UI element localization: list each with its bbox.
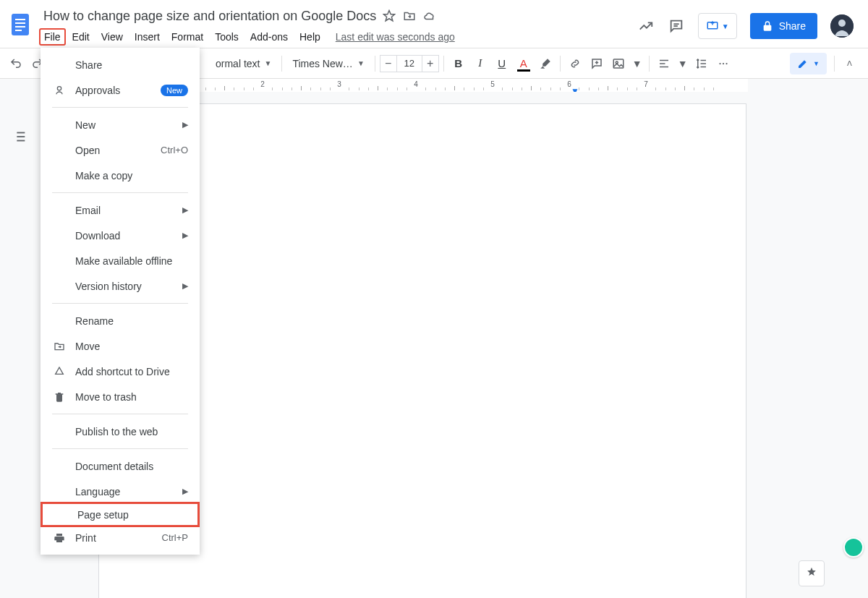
file-menu-email[interactable]: Email ▶: [41, 197, 200, 223]
menu-tools[interactable]: Tools: [210, 28, 244, 46]
svg-rect-13: [613, 59, 624, 68]
file-menu-add-shortcut[interactable]: Add shortcut to Drive: [41, 359, 200, 384]
separator: [834, 56, 835, 72]
svg-rect-0: [12, 14, 29, 35]
insert-comment-button[interactable]: [587, 54, 607, 74]
file-menu-doc-details[interactable]: Document details: [41, 453, 200, 479]
separator: [375, 56, 375, 72]
header-right: ▼ Share: [637, 6, 862, 39]
cloud-status-icon[interactable]: [422, 9, 437, 23]
line-spacing-button[interactable]: [692, 54, 712, 74]
style-select-label: ormal text: [216, 58, 260, 69]
font-size-increase[interactable]: +: [422, 55, 439, 72]
submenu-arrow-icon: ▶: [182, 205, 188, 215]
file-menu-make-copy[interactable]: Make a copy: [41, 163, 200, 188]
align-button[interactable]: [654, 54, 674, 74]
header: How to change page size and orientation …: [0, 0, 868, 48]
docs-logo-icon[interactable]: [6, 10, 35, 39]
menu-edit[interactable]: Edit: [67, 28, 95, 46]
file-menu-share[interactable]: Share: [41, 52, 200, 77]
image-dropdown-caret[interactable]: ▼: [630, 54, 644, 74]
font-size-decrease[interactable]: −: [380, 55, 397, 72]
font-select[interactable]: Times New… ▼: [286, 54, 370, 74]
file-menu-publish[interactable]: Publish to the web: [41, 419, 200, 444]
print-icon: [52, 532, 67, 544]
style-select[interactable]: ormal text ▼: [210, 54, 277, 74]
menu-separator: [52, 303, 188, 304]
menu-separator: [52, 414, 188, 414]
file-menu-approvals[interactable]: Approvals New: [41, 77, 200, 103]
underline-button[interactable]: U: [492, 54, 512, 74]
caret-down-icon: ▼: [722, 22, 729, 30]
file-menu-dropdown: Share Approvals New New ▶ Open Ctrl+O Ma…: [41, 48, 200, 555]
highlight-button[interactable]: [535, 54, 556, 74]
editing-mode-button[interactable]: ▼: [790, 53, 827, 74]
file-menu-version-history[interactable]: Version history ▶: [41, 273, 200, 299]
outline-column: [0, 92, 39, 598]
file-menu-move[interactable]: Move: [41, 333, 200, 359]
show-outline-button[interactable]: [7, 124, 33, 150]
file-menu-download[interactable]: Download ▶: [41, 223, 200, 248]
explore-button[interactable]: [799, 560, 825, 586]
move-icon: [52, 341, 67, 352]
file-menu-open[interactable]: Open Ctrl+O: [41, 137, 200, 163]
file-menu-new[interactable]: New ▶: [41, 112, 200, 137]
submenu-arrow-icon: ▶: [182, 120, 188, 129]
font-size-group: − +: [380, 55, 439, 72]
file-menu-move-trash[interactable]: Move to trash: [41, 384, 200, 409]
share-button[interactable]: Share: [750, 13, 817, 39]
file-menu-language[interactable]: Language ▶: [41, 479, 200, 504]
svg-point-23: [726, 62, 727, 64]
move-folder-icon[interactable]: [402, 9, 417, 23]
insert-link-button[interactable]: [565, 54, 585, 74]
undo-button[interactable]: [6, 54, 26, 74]
svg-rect-1: [15, 19, 25, 20]
svg-rect-3: [15, 26, 25, 27]
menu-separator: [52, 448, 188, 449]
svg-rect-4: [15, 30, 22, 31]
caret-down-icon: ▼: [813, 60, 820, 67]
submenu-arrow-icon: ▶: [182, 231, 188, 240]
menubar: File Edit View Insert Format Tools Add-o…: [35, 26, 637, 48]
activity-icon[interactable]: [637, 17, 655, 35]
svg-point-22: [723, 62, 724, 64]
menu-view[interactable]: View: [96, 28, 128, 46]
submenu-arrow-icon: ▶: [182, 487, 188, 496]
last-edit-link[interactable]: Last edit was seconds ago: [336, 31, 455, 43]
font-select-label: Times New…: [292, 58, 353, 69]
svg-marker-5: [384, 11, 395, 21]
hide-menus-caret[interactable]: ᐱ: [842, 54, 856, 74]
account-avatar[interactable]: [830, 14, 854, 38]
align-dropdown-caret[interactable]: ▼: [676, 54, 690, 74]
insert-image-button[interactable]: [608, 54, 629, 74]
ruler-track[interactable]: 1234567 ▼: [109, 79, 748, 92]
submenu-arrow-icon: ▶: [182, 281, 188, 291]
file-menu-offline[interactable]: Make available offline: [41, 248, 200, 273]
svg-rect-2: [15, 22, 25, 24]
font-size-input[interactable]: [397, 55, 422, 72]
doc-title[interactable]: How to change page size and orientation …: [43, 9, 376, 24]
file-menu-print[interactable]: Print Ctrl+P: [41, 525, 200, 550]
caret-down-icon: ▼: [264, 59, 271, 67]
svg-point-30: [57, 86, 61, 90]
star-icon[interactable]: [382, 9, 396, 23]
menu-format[interactable]: Format: [166, 28, 208, 46]
menu-insert[interactable]: Insert: [129, 28, 165, 46]
drive-shortcut-icon: [52, 366, 67, 377]
separator: [281, 56, 282, 72]
grammarly-icon[interactable]: [843, 537, 864, 558]
file-menu-page-setup[interactable]: Page setup: [41, 502, 200, 527]
file-menu-rename[interactable]: Rename: [41, 308, 200, 333]
menu-separator: [52, 107, 188, 108]
menu-addons[interactable]: Add-ons: [245, 28, 293, 46]
italic-button[interactable]: I: [470, 54, 490, 74]
header-main: How to change page size and orientation …: [35, 6, 637, 48]
svg-point-10: [838, 20, 846, 27]
text-color-button[interactable]: A: [514, 54, 534, 74]
bold-button[interactable]: B: [448, 54, 469, 74]
more-button[interactable]: [713, 54, 733, 74]
present-button[interactable]: ▼: [698, 13, 737, 39]
menu-file[interactable]: File: [39, 28, 66, 46]
menu-help[interactable]: Help: [294, 28, 326, 46]
comments-icon[interactable]: [668, 17, 685, 35]
